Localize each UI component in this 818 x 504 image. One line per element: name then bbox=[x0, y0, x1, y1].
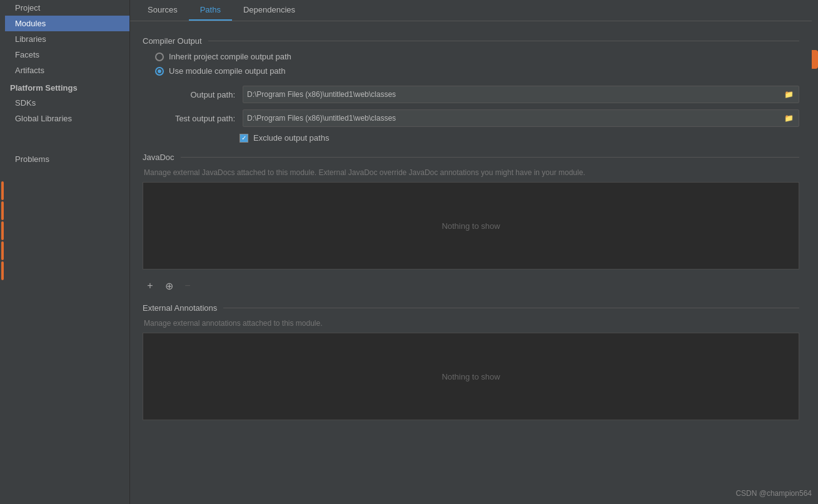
sidebar-item-facets[interactable]: Facets bbox=[5, 47, 129, 63]
watermark: CSDN @champion564 bbox=[735, 489, 812, 498]
output-path-input[interactable] bbox=[247, 90, 782, 99]
sidebar-item-artifacts[interactable]: Artifacts bbox=[5, 63, 129, 78]
exclude-checkbox-row: ✓ Exclude output paths bbox=[143, 133, 799, 143]
accent-dot-3 bbox=[1, 221, 4, 240]
platform-settings-header: Platform Settings bbox=[5, 78, 129, 95]
javadoc-remove-btn[interactable]: − bbox=[180, 278, 195, 293]
accent-dot-4 bbox=[1, 241, 4, 260]
output-path-row: Output path: 📁 bbox=[143, 86, 799, 103]
accent-dot-1 bbox=[1, 181, 4, 200]
right-edge bbox=[812, 0, 818, 504]
compiler-output-title: Compiler Output bbox=[143, 36, 208, 46]
ext-annotations-title: External Annotations bbox=[143, 303, 223, 313]
output-path-wrapper: 📁 bbox=[243, 86, 799, 103]
checkbox-check-icon: ✓ bbox=[241, 135, 246, 141]
compiler-output-line bbox=[208, 41, 799, 41]
radio-use-module-option[interactable]: Use module compile output path bbox=[155, 66, 799, 76]
output-path-label: Output path: bbox=[155, 90, 243, 99]
exclude-checkbox-label: Exclude output paths bbox=[253, 133, 329, 143]
radio-inherit-label: Inherit project compile output path bbox=[169, 52, 291, 61]
javadoc-description: Manage external JavaDocs attached to thi… bbox=[143, 168, 799, 177]
ext-annotations-description: Manage external annotations attached to … bbox=[143, 319, 799, 328]
test-output-path-label: Test output path: bbox=[155, 114, 243, 123]
tab-bar: Sources Paths Dependencies bbox=[130, 0, 812, 21]
javadoc-empty-label: Nothing to show bbox=[442, 221, 500, 231]
radio-inherit-option[interactable]: Inherit project compile output path bbox=[155, 52, 799, 61]
compiler-output-divider: Compiler Output bbox=[143, 36, 799, 46]
accent-dot-5 bbox=[1, 261, 4, 280]
javadoc-line bbox=[181, 157, 799, 158]
test-output-path-input[interactable] bbox=[247, 114, 782, 123]
ext-annotations-panel: Nothing to show bbox=[143, 333, 799, 420]
sidebar-item-sdks[interactable]: SDKs bbox=[5, 95, 129, 111]
content-area: Compiler Output Inherit project compile … bbox=[130, 21, 812, 504]
left-accent-bar bbox=[0, 0, 5, 504]
tab-dependencies[interactable]: Dependencies bbox=[232, 0, 306, 21]
sidebar: Project Modules Libraries Facets Artifac… bbox=[5, 0, 130, 504]
javadoc-title: JavaDoc bbox=[143, 153, 181, 162]
right-edge-accent bbox=[812, 50, 818, 69]
exclude-checkbox[interactable]: ✓ bbox=[240, 134, 248, 143]
sidebar-item-project[interactable]: Project bbox=[5, 0, 129, 16]
javadoc-divider: JavaDoc bbox=[143, 153, 799, 162]
sidebar-item-modules[interactable]: Modules bbox=[5, 16, 129, 31]
test-output-path-folder-btn[interactable]: 📁 bbox=[782, 112, 795, 124]
javadoc-toolbar: + ⊕ − bbox=[143, 276, 799, 298]
ext-annotations-divider: External Annotations bbox=[143, 303, 799, 313]
accent-dot-2 bbox=[1, 201, 4, 220]
sidebar-item-global-libraries[interactable]: Global Libraries bbox=[5, 111, 129, 126]
output-path-folder-btn[interactable]: 📁 bbox=[782, 88, 795, 101]
javadoc-add-btn[interactable]: + bbox=[143, 278, 158, 293]
compiler-output-radios: Inherit project compile output path Use … bbox=[143, 52, 799, 76]
tab-paths[interactable]: Paths bbox=[189, 0, 232, 21]
tab-sources[interactable]: Sources bbox=[136, 0, 189, 21]
main-content: Sources Paths Dependencies Compiler Outp… bbox=[130, 0, 812, 504]
ext-annotations-line bbox=[223, 308, 799, 308]
javadoc-add-module-btn[interactable]: ⊕ bbox=[161, 278, 176, 293]
radio-use-module-input[interactable] bbox=[155, 67, 164, 76]
javadoc-panel: Nothing to show bbox=[143, 182, 799, 270]
radio-inherit-input[interactable] bbox=[155, 53, 164, 61]
test-output-path-row: Test output path: 📁 bbox=[143, 109, 799, 127]
test-output-path-wrapper: 📁 bbox=[243, 109, 799, 127]
sidebar-item-libraries[interactable]: Libraries bbox=[5, 31, 129, 47]
radio-use-module-label: Use module compile output path bbox=[169, 66, 285, 76]
sidebar-item-problems[interactable]: Problems bbox=[5, 151, 129, 167]
ext-annotations-empty-label: Nothing to show bbox=[442, 372, 500, 381]
